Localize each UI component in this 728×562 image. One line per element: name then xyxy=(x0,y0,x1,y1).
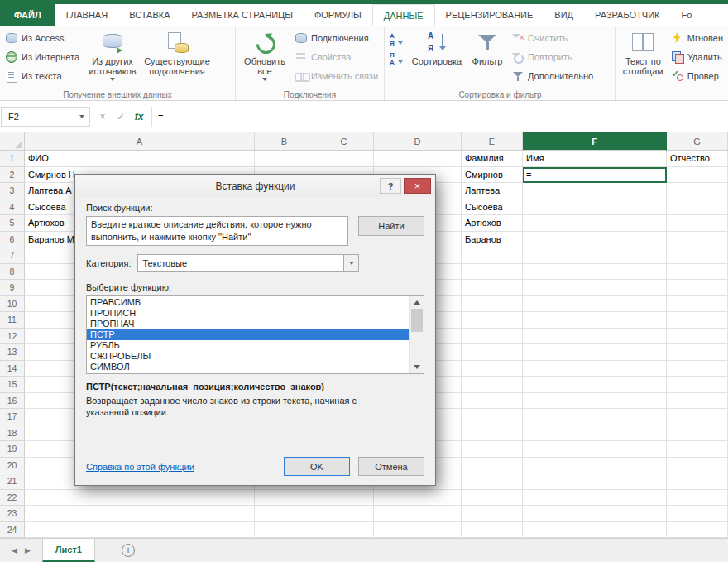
cell-F5[interactable] xyxy=(523,215,667,232)
function-item-СИМВОЛ[interactable]: СИМВОЛ xyxy=(87,362,410,372)
row-header-4[interactable]: 4 xyxy=(0,199,25,216)
select-all-corner[interactable] xyxy=(0,132,25,151)
data-validation-button[interactable]: Провер xyxy=(669,67,725,84)
cell-E15[interactable] xyxy=(462,377,523,393)
add-sheet-button[interactable]: + xyxy=(122,544,135,557)
scrollbar-track[interactable] xyxy=(410,332,424,361)
tab-home[interactable]: ГЛАВНАЯ xyxy=(55,4,118,26)
function-item-ПРОПИСН[interactable]: ПРОПИСН xyxy=(87,308,410,319)
cell-G7[interactable] xyxy=(667,247,728,264)
remove-duplicates-button[interactable]: Удалить xyxy=(669,48,725,65)
listbox-scrollbar[interactable] xyxy=(410,296,424,373)
cancel-entry-button[interactable]: × xyxy=(94,108,111,125)
cell-E10[interactable] xyxy=(462,296,523,313)
cell-F18[interactable] xyxy=(523,425,667,442)
row-header-2[interactable]: 2 xyxy=(0,167,25,184)
cell-F2[interactable]: = xyxy=(523,167,667,184)
cell-F10[interactable] xyxy=(523,296,667,313)
tab-page-layout[interactable]: РАЗМЕТКА СТРАНИЦЫ xyxy=(180,4,303,26)
row-header-1[interactable]: 1 xyxy=(0,151,25,167)
cell-G8[interactable] xyxy=(667,264,728,281)
from-other-sources-button[interactable]: Из других источников xyxy=(84,29,141,81)
tab-file[interactable]: ФАЙЛ xyxy=(0,4,55,26)
scroll-up-button[interactable] xyxy=(410,296,424,309)
row-header-19[interactable]: 19 xyxy=(0,441,25,458)
cell-F8[interactable] xyxy=(523,264,667,281)
cell-D23[interactable] xyxy=(374,506,462,522)
cell-F13[interactable] xyxy=(523,344,667,361)
search-function-input[interactable]: Введите краткое описание действия, котор… xyxy=(86,216,348,246)
cell-C24[interactable] xyxy=(314,522,374,539)
cell-G1[interactable]: Отчество xyxy=(667,151,728,167)
tab-developer[interactable]: РАЗРАБОТЧИК xyxy=(584,4,670,26)
cell-G24[interactable] xyxy=(667,522,728,539)
cell-G10[interactable] xyxy=(667,296,728,313)
cell-G18[interactable] xyxy=(667,425,728,442)
cell-E3[interactable]: Лаптева xyxy=(462,183,523,199)
cell-G17[interactable] xyxy=(667,409,728,425)
properties-button[interactable]: Свойства xyxy=(293,48,380,65)
cell-F7[interactable] xyxy=(523,247,667,264)
function-item-ПРАВСИМВ[interactable]: ПРАВСИМВ xyxy=(87,297,410,308)
cell-G20[interactable] xyxy=(667,458,728,474)
dialog-help-button[interactable]: ? xyxy=(380,178,401,194)
cell-G19[interactable] xyxy=(667,441,728,458)
refresh-all-button[interactable]: Обновить все xyxy=(239,29,290,81)
row-header-11[interactable]: 11 xyxy=(0,312,25,329)
edit-links-button[interactable]: Изменить связи xyxy=(293,67,380,84)
category-select[interactable]: Текстовые xyxy=(137,254,359,272)
cancel-button[interactable]: Отмена xyxy=(358,457,424,476)
cell-E23[interactable] xyxy=(462,506,523,522)
filter-button[interactable]: Фильтр xyxy=(467,29,507,66)
cell-G11[interactable] xyxy=(667,312,728,329)
cell-A23[interactable] xyxy=(25,506,255,522)
cell-G22[interactable] xyxy=(667,490,728,507)
tab-view[interactable]: ВИД xyxy=(544,4,584,26)
cell-A22[interactable] xyxy=(25,490,255,507)
row-header-23[interactable]: 23 xyxy=(0,506,25,522)
cell-B23[interactable] xyxy=(255,506,314,522)
category-dropdown-button[interactable] xyxy=(343,255,358,271)
scrollbar-thumb[interactable] xyxy=(411,309,423,332)
cell-F11[interactable] xyxy=(523,312,667,329)
tab-formulas[interactable]: ФОРМУЛЫ xyxy=(304,4,372,26)
row-header-16[interactable]: 16 xyxy=(0,393,25,410)
sort-ascending-button[interactable] xyxy=(388,31,406,49)
row-header-20[interactable]: 20 xyxy=(0,458,25,474)
existing-connections-button[interactable]: Существующие подключения xyxy=(144,29,210,76)
sheet-nav-prev-icon[interactable]: ◀ xyxy=(12,546,17,555)
cell-F4[interactable] xyxy=(523,199,667,216)
cell-E13[interactable] xyxy=(462,344,523,361)
sheet-tab-list1[interactable]: Лист1 xyxy=(42,539,95,562)
cell-E6[interactable]: Баранов xyxy=(462,232,523,248)
cell-G12[interactable] xyxy=(667,329,728,345)
cell-E14[interactable] xyxy=(462,361,523,377)
cell-D22[interactable] xyxy=(374,490,462,507)
cell-G13[interactable] xyxy=(667,344,728,361)
function-item-РУБЛЬ[interactable]: РУБЛЬ xyxy=(87,340,410,351)
cell-E9[interactable] xyxy=(462,280,523,296)
find-button[interactable]: Найти xyxy=(358,216,424,236)
cell-C1[interactable] xyxy=(314,151,374,167)
cell-E12[interactable] xyxy=(462,329,523,345)
insert-function-button[interactable]: fx xyxy=(131,108,147,125)
row-header-3[interactable]: 3 xyxy=(0,183,25,199)
reapply-button[interactable]: Повторить xyxy=(510,48,595,65)
cell-G5[interactable] xyxy=(667,215,728,232)
from-web-button[interactable]: Из Интернета xyxy=(3,48,81,65)
from-access-button[interactable]: Из Access xyxy=(3,29,81,46)
cell-G21[interactable] xyxy=(667,473,728,490)
cell-G9[interactable] xyxy=(667,280,728,296)
cell-F3[interactable] xyxy=(523,183,667,199)
column-header-D[interactable]: D xyxy=(374,132,462,151)
cell-G4[interactable] xyxy=(667,199,728,216)
cell-C23[interactable] xyxy=(314,506,374,522)
column-header-C[interactable]: C xyxy=(314,132,374,151)
column-header-E[interactable]: E xyxy=(462,132,523,151)
cell-G14[interactable] xyxy=(667,361,728,377)
text-to-columns-button[interactable]: Текст по столбцам xyxy=(620,29,667,76)
dialog-close-button[interactable]: × xyxy=(404,178,431,194)
function-item-СЖПРОБЕЛЫ[interactable]: СЖПРОБЕЛЫ xyxy=(87,351,410,362)
cell-F24[interactable] xyxy=(523,522,667,539)
tab-data[interactable]: ДАННЫЕ xyxy=(372,4,435,26)
